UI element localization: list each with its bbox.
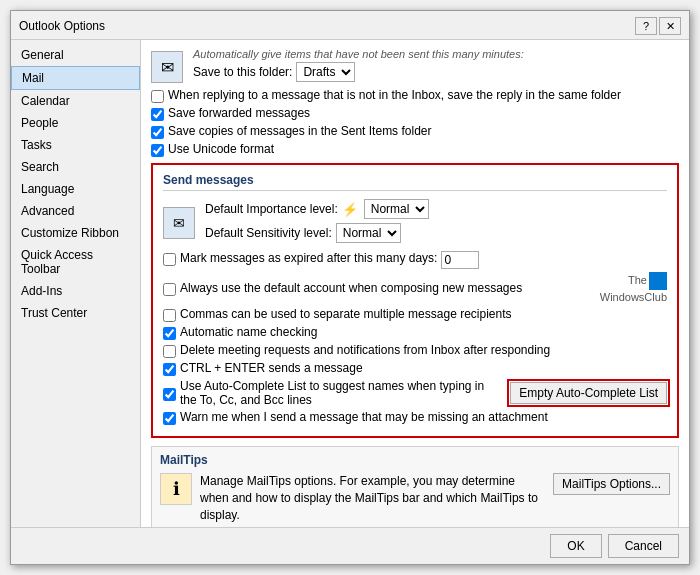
- sidebar-item-people[interactable]: People: [11, 112, 140, 134]
- default-importance-field: Default Importance level: ⚡ Normal: [205, 199, 429, 219]
- sidebar-item-trust-center[interactable]: Trust Center: [11, 302, 140, 324]
- mailtips-description: Manage MailTips options. For example, yo…: [200, 473, 545, 523]
- autocomplete-checkbox[interactable]: [163, 388, 176, 401]
- use-unicode-label: Use Unicode format: [168, 142, 274, 156]
- commas-row: Commas can be used to separate multiple …: [163, 307, 667, 322]
- sensitivity-dropdown[interactable]: Normal: [336, 223, 401, 243]
- cancel-button[interactable]: Cancel: [608, 534, 679, 558]
- importance-fields: Default Importance level: ⚡ Normal Defau…: [205, 199, 429, 247]
- save-copies-row: Save copies of messages in the Sent Item…: [151, 124, 679, 139]
- mark-expired-row: Mark messages as expired after this many…: [163, 251, 667, 269]
- importance-dropdown[interactable]: Normal: [364, 199, 429, 219]
- always-default-checkbox[interactable]: [163, 283, 176, 296]
- save-forwarded-label: Save forwarded messages: [168, 106, 310, 120]
- ctrl-enter-checkbox[interactable]: [163, 363, 176, 376]
- delete-meeting-row: Delete meeting requests and notification…: [163, 343, 667, 358]
- auto-give-items-text: Automatically give items that have not b…: [193, 48, 679, 60]
- use-unicode-row: Use Unicode format: [151, 142, 679, 157]
- warn-missing-checkbox[interactable]: [163, 412, 176, 425]
- ctrl-enter-label: CTRL + ENTER sends a message: [180, 361, 363, 375]
- save-to-folder-row: Save to this folder: Drafts: [193, 62, 679, 82]
- sidebar-item-language[interactable]: Language: [11, 178, 140, 200]
- mark-expired-label: Mark messages as expired after this many…: [180, 251, 437, 265]
- ok-button[interactable]: OK: [550, 534, 601, 558]
- dialog-footer: OK Cancel: [11, 527, 689, 564]
- sidebar-item-add-ins[interactable]: Add-Ins: [11, 280, 140, 302]
- sidebar-item-tasks[interactable]: Tasks: [11, 134, 140, 156]
- save-to-row: ✉ Automatically give items that have not…: [151, 48, 679, 86]
- ctrl-enter-row: CTRL + ENTER sends a message: [163, 361, 667, 376]
- reply-not-inbox-row: When replying to a message that is not i…: [151, 88, 679, 103]
- reply-not-inbox-checkbox[interactable]: [151, 90, 164, 103]
- mark-expired-input[interactable]: [441, 251, 479, 269]
- save-forwarded-row: Save forwarded messages: [151, 106, 679, 121]
- sidebar-item-search[interactable]: Search: [11, 156, 140, 178]
- autocomplete-row: Use Auto-Complete List to suggest names …: [163, 379, 667, 407]
- commas-checkbox[interactable]: [163, 309, 176, 322]
- save-forwarded-checkbox[interactable]: [151, 108, 164, 121]
- sidebar: General Mail Calendar People Tasks Searc…: [11, 40, 141, 527]
- mailtips-icon: ℹ: [160, 473, 192, 505]
- watermark: The WindowsClub: [600, 272, 667, 304]
- auto-name-label: Automatic name checking: [180, 325, 317, 339]
- save-to-dropdown[interactable]: Drafts: [296, 62, 355, 82]
- auto-name-checkbox[interactable]: [163, 327, 176, 340]
- commas-label: Commas can be used to separate multiple …: [180, 307, 512, 321]
- delete-meeting-checkbox[interactable]: [163, 345, 176, 358]
- auto-name-row: Automatic name checking: [163, 325, 667, 340]
- warn-missing-label: Warn me when I send a message that may b…: [180, 410, 548, 424]
- importance-row: ✉ Default Importance level: ⚡ Normal Def…: [163, 199, 667, 247]
- send-messages-section: Send messages ✉ Default Importance level…: [151, 163, 679, 438]
- close-button[interactable]: ✕: [659, 17, 681, 35]
- autocomplete-label: Use Auto-Complete List to suggest names …: [180, 379, 498, 407]
- use-unicode-checkbox[interactable]: [151, 144, 164, 157]
- dialog-body: General Mail Calendar People Tasks Searc…: [11, 40, 689, 527]
- title-bar-controls: ? ✕: [635, 17, 681, 35]
- sidebar-item-customize-ribbon[interactable]: Customize Ribbon: [11, 222, 140, 244]
- warn-missing-row: Warn me when I send a message that may b…: [163, 410, 667, 425]
- sidebar-item-calendar[interactable]: Calendar: [11, 90, 140, 112]
- default-sensitivity-field: Default Sensitivity level: Normal: [205, 223, 429, 243]
- save-to-fields: Automatically give items that have not b…: [193, 48, 679, 86]
- help-button[interactable]: ?: [635, 17, 657, 35]
- mark-expired-checkbox[interactable]: [163, 253, 176, 266]
- mailtips-options-button[interactable]: MailTips Options...: [553, 473, 670, 495]
- delete-meeting-label: Delete meeting requests and notification…: [180, 343, 550, 357]
- sidebar-item-mail[interactable]: Mail: [11, 66, 140, 90]
- envelope-icon: ✉: [163, 207, 195, 239]
- reply-not-inbox-label: When replying to a message that is not i…: [168, 88, 621, 102]
- top-section: ✉ Automatically give items that have not…: [151, 48, 679, 157]
- sidebar-item-general[interactable]: General: [11, 44, 140, 66]
- mailtips-row: ℹ Manage MailTips options. For example, …: [160, 473, 670, 523]
- save-copies-checkbox[interactable]: [151, 126, 164, 139]
- always-default-label: Always use the default account when comp…: [180, 281, 588, 295]
- mailtips-title: MailTips: [160, 453, 670, 467]
- mail-icon: ✉: [151, 51, 183, 83]
- main-content: ✉ Automatically give items that have not…: [141, 40, 689, 527]
- importance-label: Default Importance level:: [205, 202, 338, 216]
- always-default-row: Always use the default account when comp…: [163, 272, 667, 304]
- importance-icon: ⚡: [342, 202, 358, 217]
- sidebar-item-advanced[interactable]: Advanced: [11, 200, 140, 222]
- outlook-options-dialog: Outlook Options ? ✕ General Mail Calenda…: [10, 10, 690, 565]
- mailtips-section: MailTips ℹ Manage MailTips options. For …: [151, 446, 679, 527]
- send-messages-title: Send messages: [163, 173, 667, 191]
- sensitivity-label: Default Sensitivity level:: [205, 226, 332, 240]
- title-bar: Outlook Options ? ✕: [11, 11, 689, 40]
- dialog-title: Outlook Options: [19, 19, 105, 33]
- save-to-label: Save to this folder:: [193, 65, 292, 79]
- empty-autocomplete-button[interactable]: Empty Auto-Complete List: [510, 382, 667, 404]
- sidebar-item-quick-access[interactable]: Quick Access Toolbar: [11, 244, 140, 280]
- save-copies-label: Save copies of messages in the Sent Item…: [168, 124, 431, 138]
